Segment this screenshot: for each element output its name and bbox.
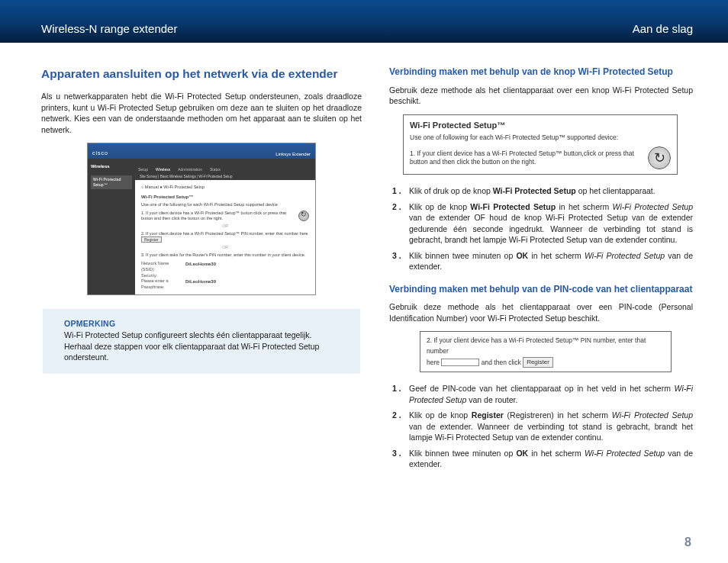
sub1-intro: Gebruik deze methode als het clientappar… bbox=[389, 85, 693, 107]
steps-list-1: 1 . Klik of druk op de knop Wi-Fi Protec… bbox=[389, 185, 693, 272]
header-bar: Wireless-N range extender Aan de slag bbox=[0, 0, 728, 43]
page-body: Apparaten aansluiten op het netwerk via … bbox=[0, 43, 728, 481]
brand-label: Linksys Extender bbox=[275, 151, 311, 157]
register-button: Register bbox=[523, 357, 553, 368]
step-item: 1 . Geef de PIN-code van het clientappar… bbox=[392, 383, 693, 405]
divider-or2: OR bbox=[141, 245, 309, 250]
note-body: Wi-Fi Protected Setup configureert slech… bbox=[64, 330, 339, 363]
step-item: 2 . Klik op de knop Wi-Fi Protected Setu… bbox=[392, 201, 693, 246]
step-item: 3 . Klik binnen twee minuten op OK in he… bbox=[392, 250, 693, 272]
pin-line1: 2. If your client device has a Wi-Fi Pro… bbox=[427, 336, 665, 356]
cisco-logo: cisco bbox=[92, 150, 108, 157]
sub-tabs: Site Survey | Basic Wireless Settings | … bbox=[135, 174, 315, 180]
wps-box-text: 1. If your client device has a Wi-Fi Pro… bbox=[410, 150, 642, 166]
wps-box-title: Wi-Fi Protected Setup™ bbox=[410, 120, 671, 131]
step-text: Klik binnen twee minuten op OK in het sc… bbox=[409, 250, 693, 272]
note-title: Opmerking bbox=[64, 318, 339, 330]
left-column: Apparaten aansluiten op het netwerk via … bbox=[41, 66, 362, 481]
step-text: Klik op de knop Register (Registreren) i… bbox=[409, 410, 693, 442]
header-left: Wireless-N range extender bbox=[41, 22, 177, 35]
router-ui-screenshot: cisco Linksys Extender Wireless Wi-Fi Pr… bbox=[87, 143, 316, 295]
wps-button-icon bbox=[298, 211, 309, 221]
note-box: Opmerking Wi-Fi Protected Setup configur… bbox=[43, 309, 360, 374]
wps-sub: Use one of the following for each Wi-Fi … bbox=[141, 202, 309, 208]
page-number: 8 bbox=[685, 536, 691, 549]
register-button: Register bbox=[141, 236, 162, 243]
step-item: 3 . Klik binnen twee minuten op OK in he… bbox=[392, 448, 693, 470]
step-text: Klik op de knop Wi-Fi Protected Setup in… bbox=[409, 201, 693, 246]
step-text: Klik binnen twee minuten op OK in het sc… bbox=[409, 448, 693, 470]
radio-options: ○ Manual ● Wi-Fi Protected Setup bbox=[141, 185, 309, 191]
wps-step1: 1. If your client device has a Wi-Fi Pro… bbox=[141, 211, 295, 221]
pin-callout-box: 2. If your client device has a Wi-Fi Pro… bbox=[420, 331, 672, 372]
side-label: Wireless bbox=[91, 163, 132, 169]
main-tabs: Setup Wireless Administration Status bbox=[135, 159, 315, 174]
sub2-intro: Gebruik deze methode als het clientappar… bbox=[389, 301, 693, 323]
step-item: 1 . Klik of druk op de knop Wi-Fi Protec… bbox=[392, 185, 693, 196]
section-title: Apparaten aansluiten op het netwerk via … bbox=[41, 66, 362, 82]
wps-step2: 2. If your client device has a Wi-Fi Pro… bbox=[141, 231, 308, 236]
wps-step3: 3. If your client asks for the Router's … bbox=[141, 253, 309, 258]
header-right: Aan de slag bbox=[633, 22, 693, 35]
wps-callout-box: Wi-Fi Protected Setup™ Use one of follow… bbox=[403, 114, 678, 175]
steps-list-2: 1 . Geef de PIN-code van het clientappar… bbox=[389, 383, 693, 469]
subheading-wps-button: Verbinding maken met behulp van de knop … bbox=[389, 66, 693, 79]
wps-box-sub: Use one of following for each Wi-Fi Prot… bbox=[410, 134, 671, 143]
pin-input bbox=[441, 359, 479, 366]
step-item: 2 . Klik op de knop Register (Registrere… bbox=[392, 410, 693, 442]
side-tab: Wi-Fi Protected Setup™ bbox=[91, 175, 132, 189]
right-column: Verbinding maken met behulp van de knop … bbox=[389, 66, 693, 481]
subheading-pin: Verbinding maken met behulp van de PIN-c… bbox=[389, 283, 693, 296]
intro-paragraph: Als u netwerkapparaten hebt die Wi-Fi Pr… bbox=[41, 91, 362, 135]
step-text: Geef de PIN-code van het clientapparaat … bbox=[409, 383, 693, 405]
divider-or: OR bbox=[141, 224, 309, 229]
wps-heading: Wi-Fi Protected Setup™ bbox=[141, 195, 193, 199]
wps-icon: ↻ bbox=[648, 146, 671, 169]
